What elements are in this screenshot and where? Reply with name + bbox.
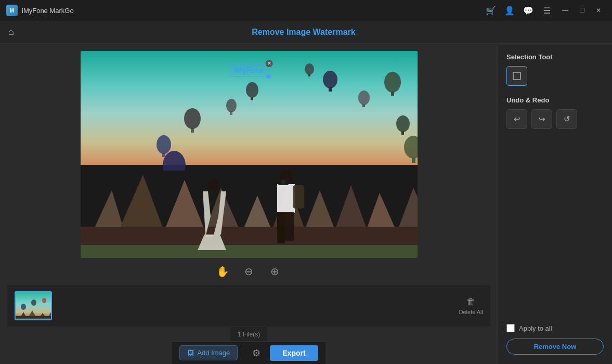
selection-tool-label: Selection Tool — [506, 53, 604, 61]
file-count-label: 1 File(s) — [238, 331, 260, 338]
rectangle-icon — [512, 71, 522, 81]
svg-point-16 — [396, 115, 410, 132]
redo-button[interactable]: ↪ — [531, 109, 552, 129]
svg-point-49 — [281, 180, 285, 184]
watermark-resize-handle[interactable] — [267, 74, 271, 79]
rectangle-select-button[interactable] — [506, 66, 527, 86]
add-image-button[interactable]: 🖼 Add Image — [179, 345, 238, 360]
apply-to-all-row: Apply to all — [506, 324, 604, 332]
svg-rect-60 — [513, 72, 520, 80]
svg-rect-47 — [293, 185, 304, 209]
undo-redo-label: Undo & Redo — [506, 96, 604, 104]
titlebar: M iMyFone MarkGo 🛒 👤 💬 ☰ — ☐ ✕ — [0, 0, 612, 21]
svg-rect-5 — [230, 111, 232, 115]
svg-marker-41 — [203, 191, 226, 237]
settings-button[interactable]: ⚙ — [248, 345, 265, 361]
undo-redo-row: ↩ ↪ ↺ — [506, 109, 604, 129]
svg-point-14 — [384, 72, 401, 93]
zoom-out-button[interactable]: ⊖ — [241, 263, 257, 280]
panel-spacer — [506, 139, 604, 324]
watermark-close-button[interactable]: ✕ — [266, 60, 273, 67]
undo-icon: ↩ — [514, 114, 520, 124]
home-button[interactable]: ⌂ — [8, 27, 14, 37]
terrain-area — [81, 154, 418, 258]
svg-point-53 — [42, 298, 46, 303]
svg-marker-42 — [198, 235, 226, 250]
remove-now-button[interactable]: Remove Now — [506, 339, 604, 355]
topbar: ⌂ Remove Image Watermark — [0, 21, 612, 44]
canvas-area: iMyFone ✕ ✋ ⊖ ⊕ — [0, 44, 498, 364]
reset-button[interactable]: ↺ — [556, 109, 577, 129]
svg-point-52 — [31, 300, 36, 306]
maximize-button[interactable]: ☐ — [575, 5, 589, 16]
svg-rect-45 — [277, 212, 285, 243]
svg-point-2 — [184, 108, 201, 129]
svg-rect-46 — [285, 212, 294, 241]
svg-rect-23 — [308, 74, 310, 76]
thumbnail-preview — [16, 292, 52, 320]
image-container[interactable]: iMyFone ✕ — [81, 51, 418, 258]
page-title: Remove Image Watermark — [24, 28, 583, 37]
svg-rect-15 — [391, 92, 394, 96]
apply-to-all-checkbox[interactable] — [506, 324, 515, 332]
svg-point-51 — [21, 304, 26, 310]
app-logo: M — [6, 5, 18, 16]
thumbnail-strip: 🗑 Delete All — [7, 285, 490, 327]
reset-icon: ↺ — [564, 114, 570, 124]
pan-tool-button[interactable]: ✋ — [215, 263, 231, 280]
zoom-in-button[interactable]: ⊕ — [267, 263, 283, 280]
menu-icon[interactable]: ☰ — [541, 5, 553, 16]
svg-rect-11 — [329, 87, 332, 92]
close-button[interactable]: ✕ — [591, 5, 606, 16]
svg-rect-17 — [401, 131, 404, 135]
watermark-label: iMyFone — [234, 66, 264, 74]
redo-icon: ↪ — [539, 114, 545, 124]
svg-point-12 — [358, 90, 370, 105]
apply-to-all-label[interactable]: Apply to all — [519, 324, 552, 332]
delete-all-button[interactable]: 🗑 Delete All — [459, 296, 483, 315]
user-icon[interactable]: 👤 — [504, 5, 515, 16]
svg-point-4 — [226, 99, 237, 112]
undo-button[interactable]: ↩ — [506, 109, 527, 129]
cart-icon[interactable]: 🛒 — [485, 5, 497, 16]
minimize-button[interactable]: — — [558, 5, 572, 16]
svg-rect-44 — [277, 184, 295, 213]
svg-point-8 — [246, 82, 258, 98]
thumbnail-item[interactable] — [15, 291, 52, 320]
svg-rect-3 — [191, 128, 194, 133]
window-controls: — ☐ ✕ — [558, 5, 606, 16]
svg-point-22 — [305, 63, 314, 75]
file-count-bar: 1 File(s) — [230, 327, 267, 341]
add-image-label: Add Image — [197, 349, 230, 357]
chat-icon[interactable]: 💬 — [523, 5, 534, 16]
bottom-bar: 🖼 Add Image ⚙ Export — [172, 341, 325, 364]
svg-point-40 — [208, 179, 218, 191]
image-controls: ✋ ⊖ ⊕ — [215, 263, 283, 280]
people-svg — [81, 149, 418, 258]
selection-tool-row — [506, 66, 604, 86]
trash-icon: 🗑 — [466, 296, 476, 307]
svg-point-10 — [323, 71, 337, 88]
right-panel: Selection Tool Undo & Redo ↩ ↪ ↺ Apply — [498, 44, 612, 364]
title-actions: 🛒 👤 💬 ☰ — [485, 5, 553, 16]
add-image-icon: 🖼 — [187, 349, 194, 357]
watermark-selection-box[interactable]: iMyFone ✕ — [228, 63, 269, 77]
svg-rect-13 — [362, 104, 365, 107]
app-title: iMyFone MarkGo — [22, 7, 485, 15]
delete-all-label: Delete All — [459, 309, 483, 315]
svg-rect-59 — [16, 318, 52, 320]
svg-rect-9 — [251, 97, 253, 100]
main-content: iMyFone ✕ ✋ ⊖ ⊕ — [0, 44, 612, 364]
export-button[interactable]: Export — [270, 345, 318, 361]
